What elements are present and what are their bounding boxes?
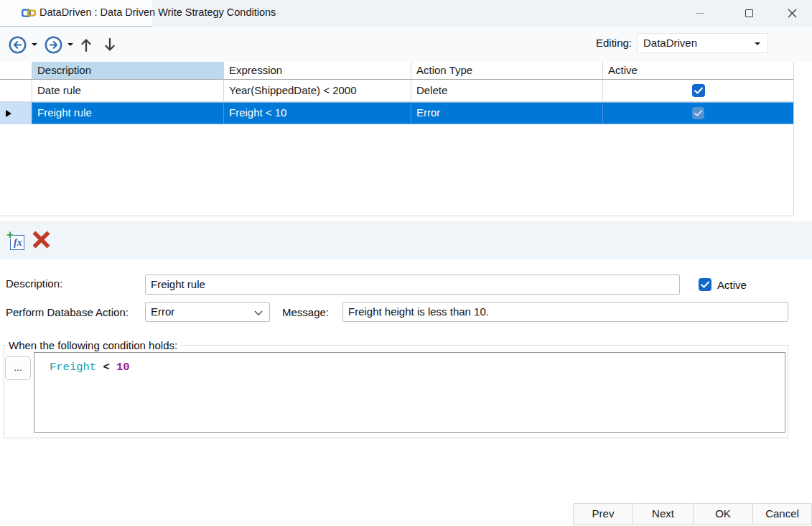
grid-header-active[interactable]: Active [603,62,793,80]
action-type-select[interactable]: Error [145,302,270,322]
delete-x-icon [32,231,50,249]
add-condition-button[interactable]: + fx [9,231,28,252]
grid-row-date-rule[interactable]: Date rule Year(ShippedDate) < 2000 Delet… [0,80,793,102]
cell-active[interactable] [603,80,793,102]
close-icon [787,8,798,19]
cell-action-type[interactable]: Delete [411,80,603,102]
editing-combobox-value: DataDriven [643,37,697,49]
code-number: 10 [116,361,130,374]
active-checkbox-field[interactable] [699,278,711,291]
back-button[interactable] [9,36,27,54]
window-title: DataDriven : Data Driven Write Strategy … [39,6,276,18]
maximize-icon [745,9,753,17]
ok-button[interactable]: OK [693,503,753,525]
row-selector-cell[interactable] [0,102,32,124]
editing-label: Editing: [596,37,632,49]
grid-header-description[interactable]: Description [32,62,224,80]
cell-active[interactable] [603,102,793,124]
condition-groupbox-label: When the following condition holds: [7,339,181,351]
detail-toolbar: + fx [0,221,812,259]
delete-condition-button[interactable] [32,231,50,249]
cancel-button[interactable]: Cancel [752,503,812,525]
active-checkbox[interactable] [692,84,705,97]
editing-combobox[interactable]: DataDriven [637,33,768,53]
editing-combobox-caret [755,42,760,45]
description-input[interactable]: Freight rule [145,274,680,295]
grid-header-selector[interactable] [0,62,32,80]
ellipsis-button[interactable]: ... [5,356,31,380]
active-checkbox[interactable] [692,107,704,119]
active-label: Active [717,279,747,291]
toolbar: Editing: DataDriven [0,27,812,62]
cell-description[interactable]: Date rule [32,80,224,102]
cell-expression[interactable]: Freight < 10 [224,102,411,124]
code-operator: < [103,361,109,374]
cell-action-type[interactable]: Error [411,102,603,124]
title-bar: DataDriven : Data Driven Write Strategy … [0,0,812,27]
code-identifier: Freight [50,361,96,374]
fx-document-icon: + fx [10,235,24,250]
cell-expression[interactable]: Year(ShippedDate) < 2000 [224,80,411,102]
message-label: Message: [282,306,329,318]
condition-code-line: Freight < 10 [50,361,130,374]
cell-description[interactable]: Freight rule [32,102,224,124]
grid-row-freight-rule[interactable]: Freight rule Freight < 10 Error [0,102,793,124]
current-row-arrow-icon [6,110,11,117]
conditions-grid: Description Expression Action Type Activ… [0,62,794,216]
row-selector-cell[interactable] [0,80,32,102]
add-plus-icon: + [6,228,14,242]
action-type-value: Error [151,305,174,318]
forward-button[interactable] [45,36,62,54]
chevron-down-icon [254,310,263,315]
grid-header-action-type[interactable]: Action Type [411,62,603,80]
condition-code-editor[interactable]: Freight < 10 [34,352,785,433]
move-up-button[interactable] [80,37,92,52]
app-icon [22,7,36,19]
minimize-icon [696,13,704,14]
prev-button[interactable]: Prev [573,503,633,525]
next-button[interactable]: Next [633,503,694,525]
forward-dropdown-caret[interactable] [67,43,73,46]
minimize-button[interactable] [683,0,717,27]
grid-header-expression[interactable]: Expression [224,62,411,80]
close-button[interactable] [775,0,808,27]
move-down-button[interactable] [104,37,116,52]
perform-action-label: Perform Database Action: [6,306,129,318]
back-dropdown-caret[interactable] [32,43,37,46]
description-label: Description: [6,277,62,290]
message-input[interactable]: Freight height is less than 10. [342,302,788,322]
maximize-button[interactable] [732,0,765,27]
